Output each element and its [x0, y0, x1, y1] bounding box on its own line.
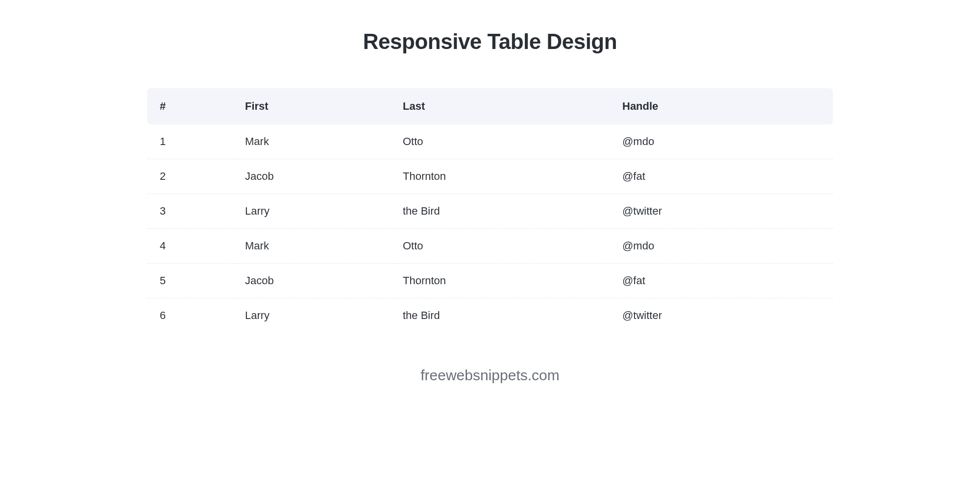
cell-handle: @fat: [613, 159, 833, 194]
cell-id: 4: [147, 229, 236, 264]
table-row: 3 Larry the Bird @twitter: [147, 194, 833, 229]
cell-id: 1: [147, 124, 236, 159]
cell-last: Thornton: [394, 159, 613, 194]
page-container: Responsive Table Design # First Last Han…: [147, 0, 833, 384]
cell-last: Thornton: [394, 264, 613, 298]
cell-last: the Bird: [394, 298, 613, 333]
cell-id: 3: [147, 194, 236, 229]
cell-id: 6: [147, 298, 236, 333]
cell-last: Otto: [394, 229, 613, 264]
table-row: 4 Mark Otto @mdo: [147, 229, 833, 264]
cell-first: Jacob: [236, 159, 394, 194]
table-row: 5 Jacob Thornton @fat: [147, 264, 833, 298]
table-header-first: First: [236, 88, 394, 124]
cell-last: Otto: [394, 124, 613, 159]
cell-first: Jacob: [236, 264, 394, 298]
page-title: Responsive Table Design: [147, 29, 833, 54]
cell-handle: @fat: [613, 264, 833, 298]
cell-last: the Bird: [394, 194, 613, 229]
cell-first: Larry: [236, 298, 394, 333]
cell-id: 2: [147, 159, 236, 194]
cell-handle: @mdo: [613, 124, 833, 159]
cell-handle: @mdo: [613, 229, 833, 264]
table-header-last: Last: [394, 88, 613, 124]
cell-handle: @twitter: [613, 194, 833, 229]
footer-text: freewebsnippets.com: [147, 367, 833, 384]
cell-first: Larry: [236, 194, 394, 229]
cell-handle: @twitter: [613, 298, 833, 333]
cell-first: Mark: [236, 124, 394, 159]
table-header-row: # First Last Handle: [147, 88, 833, 124]
cell-id: 5: [147, 264, 236, 298]
table-row: 2 Jacob Thornton @fat: [147, 159, 833, 194]
table-header-id: #: [147, 88, 236, 124]
table-header-handle: Handle: [613, 88, 833, 124]
data-table: # First Last Handle 1 Mark Otto @mdo 2 J…: [147, 88, 833, 333]
cell-first: Mark: [236, 229, 394, 264]
table-row: 6 Larry the Bird @twitter: [147, 298, 833, 333]
table-row: 1 Mark Otto @mdo: [147, 124, 833, 159]
table-body: 1 Mark Otto @mdo 2 Jacob Thornton @fat 3…: [147, 124, 833, 333]
